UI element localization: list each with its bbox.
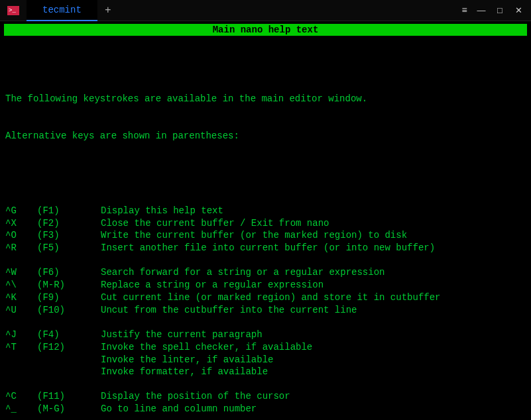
key-description: Justify the current paragraph <box>101 329 526 341</box>
alt-key: (F10) <box>37 304 101 317</box>
window-controls: ≡ — □ ✕ <box>462 5 531 16</box>
help-content: The following keystrokes are available i… <box>4 42 527 420</box>
hamburger-icon[interactable]: ≡ <box>462 5 467 16</box>
key-description: Go to line and column number <box>101 403 526 415</box>
key-binding: ^C <box>5 390 37 403</box>
key-description: Search forward for a string or a regular… <box>101 266 526 279</box>
app-icon <box>0 0 27 21</box>
help-line: Invoke the linter, if available <box>5 354 526 366</box>
key-binding: ^\ <box>5 279 37 291</box>
help-line: ^J(F4)Justify the current paragraph <box>5 329 526 341</box>
minimize-button[interactable]: — <box>477 5 486 15</box>
terminal-content[interactable]: Main nano help text The following keystr… <box>0 21 531 420</box>
terminal-icon <box>7 6 19 15</box>
key-binding: ^U <box>5 304 37 317</box>
terminal-window: tecmint + ≡ — □ ✕ Main nano help text Th… <box>0 0 531 420</box>
help-line: ^O(F3)Write the current buffer (or the m… <box>5 229 526 242</box>
alt-key: (F6) <box>37 266 101 279</box>
close-window-button[interactable]: ✕ <box>514 5 523 15</box>
tab-label: tecmint <box>42 5 82 15</box>
help-line: ^K(F9)Cut current line (or marked region… <box>5 291 526 304</box>
help-line: ^\(M-R)Replace a string or a regular exp… <box>5 279 526 291</box>
alt-key: (F2) <box>37 217 101 230</box>
help-line: ^R(F5)Insert another file into current b… <box>5 242 526 254</box>
help-line: ^G(F1)Display this help text <box>5 205 526 217</box>
help-line: Invoke formatter, if available <box>5 366 526 378</box>
alt-key <box>37 366 101 378</box>
alt-key: (F12) <box>37 341 101 354</box>
key-description: Replace a string or a regular expression <box>101 279 526 291</box>
key-binding: ^O <box>5 229 37 242</box>
help-line: ^C(F11)Display the position of the curso… <box>5 390 526 403</box>
titlebar: tecmint + ≡ — □ ✕ <box>0 0 531 21</box>
header-text: Main nano help text <box>213 25 319 35</box>
key-description: Write the current buffer (or the marked … <box>101 229 526 242</box>
tab-active[interactable]: tecmint <box>27 0 97 21</box>
key-binding: ^_ <box>5 403 37 415</box>
blank-line <box>5 415 526 420</box>
key-binding: ^X <box>5 217 37 230</box>
alt-key: (F1) <box>37 205 101 217</box>
key-description: Uncut from the cutbuffer into the curren… <box>101 304 526 317</box>
key-binding <box>5 354 37 366</box>
key-binding <box>5 366 37 378</box>
key-description: Close the current buffer / Exit from nan… <box>101 217 526 230</box>
alt-key: (F9) <box>37 291 101 304</box>
alt-key: (M-R) <box>37 279 101 291</box>
help-line: ^_(M-G)Go to line and column number <box>5 403 526 415</box>
alt-key: (F3) <box>37 229 101 242</box>
key-description: Cut current line (or marked region) and … <box>101 291 526 304</box>
alt-key: (F4) <box>37 329 101 341</box>
add-tab-button[interactable]: + <box>97 0 119 21</box>
key-binding: ^W <box>5 266 37 279</box>
key-description: Insert another file into current buffer … <box>101 242 526 254</box>
key-binding: ^K <box>5 291 37 304</box>
key-description: Invoke formatter, if available <box>101 366 526 378</box>
nano-header: Main nano help text <box>4 24 527 36</box>
key-binding: ^R <box>5 242 37 254</box>
key-description: Display this help text <box>101 205 526 217</box>
blank-line <box>5 254 526 266</box>
key-description: Display the position of the cursor <box>101 390 526 403</box>
key-binding: ^G <box>5 205 37 217</box>
blank-line <box>5 317 526 329</box>
key-binding: ^T <box>5 341 37 354</box>
intro-line: The following keystrokes are available i… <box>5 93 526 105</box>
blank-line <box>5 378 526 390</box>
help-line: ^X(F2)Close the current buffer / Exit fr… <box>5 217 526 230</box>
key-binding: ^J <box>5 329 37 341</box>
key-description: Invoke the linter, if available <box>101 354 526 366</box>
alt-key: (F11) <box>37 390 101 403</box>
intro-line: Alternative keys are shown in parenthese… <box>5 130 526 142</box>
help-line: ^T(F12)Invoke the spell checker, if avai… <box>5 341 526 354</box>
alt-key: (F5) <box>37 242 101 254</box>
alt-key <box>37 354 101 366</box>
intro-text: The following keystrokes are available i… <box>5 68 526 168</box>
alt-key: (M-G) <box>37 403 101 415</box>
key-description: Invoke the spell checker, if available <box>101 341 526 354</box>
help-line: ^W(F6)Search forward for a string or a r… <box>5 266 526 279</box>
maximize-button[interactable]: □ <box>495 5 504 15</box>
help-line: ^U(F10)Uncut from the cutbuffer into the… <box>5 304 526 317</box>
